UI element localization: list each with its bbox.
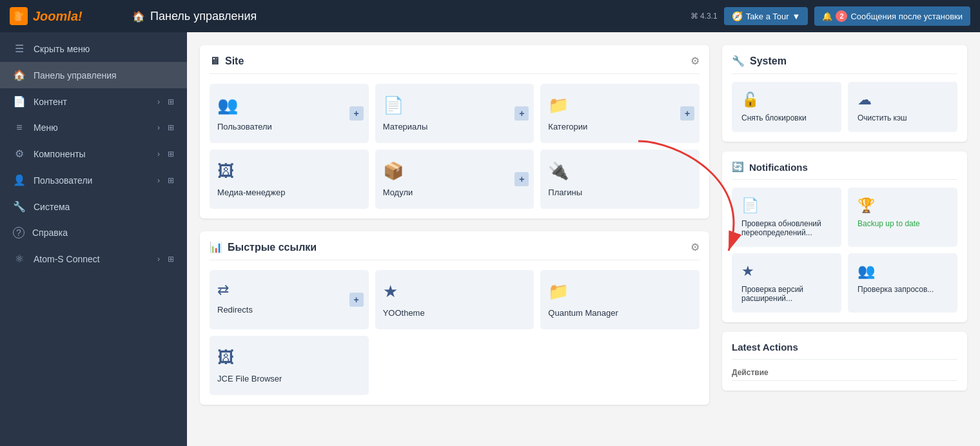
site-media-item[interactable]: 🖼 Медиа-менеджер [210,150,369,209]
house-icon: 🏠 [132,10,145,23]
monitor-icon: 🖥 [210,55,220,67]
unlock-label: Снять блокировки [741,113,807,122]
jce-card-label: JCE File Browser [217,374,282,383]
quick-links-settings-icon[interactable]: ⚙ [691,241,700,253]
backup-label: Backup up to date [858,219,920,228]
arrow-icon: › [157,255,160,264]
categories-card-label: Категории [548,122,587,131]
plugins-card-label: Плагины [548,188,582,197]
plugins-card-icon: 🔌 [548,161,569,181]
categories-card-icon: 📁 [548,95,569,115]
notifications-button[interactable]: 🔔 2 Сообщения после установки [814,6,970,26]
logo-text: Joomla! [33,9,83,24]
sidebar: ☰ Скрыть меню 🏠 Панель управления 📄 Конт… [0,32,187,446]
clear-cache-item[interactable]: ☁ Очистить кэш [848,82,957,132]
sidebar-item-menu[interactable]: ≡ Меню › ⊞ [0,115,187,141]
sidebar-item-label: Компоненты [34,149,150,159]
backup-item[interactable]: 🏆 Backup up to date [848,188,957,247]
media-card-label: Медиа-менеджер [217,188,285,197]
redirects-card-icon: ⇄ [217,282,229,298]
site-categories-item[interactable]: 📁 Категории + [540,84,700,143]
sidebar-item-system[interactable]: 🔧 Система [0,193,187,220]
check-ext-item[interactable]: ★ Проверка версий расширений... [732,253,841,313]
notifications-panel-title: 🔄 Notifications [732,161,808,173]
sidebar-item-content[interactable]: 📄 Контент › ⊞ [0,88,187,115]
notifications-panel-header: 🔄 Notifications [732,161,957,180]
users-card-icon: 👥 [217,95,238,115]
site-panel-title-text: Site [225,55,244,67]
grid-icon: ⊞ [168,150,174,159]
users-add-icon[interactable]: + [349,106,364,121]
arrow-icon: › [157,123,160,132]
lock-open-icon: 🔓 [741,92,759,108]
redirects-add-icon[interactable]: + [349,293,364,307]
notifications-panel: 🔄 Notifications 📄 Проверка обновлений пе… [722,151,967,322]
main-panels: 🖥 Site ⚙ 👥 Пользователи + 📄 Материалы + [200,45,709,433]
sidebar-item-label: Atom-S Connect [34,254,150,264]
quantum-card-label: Quantum Manager [548,308,618,318]
check-updates-item[interactable]: 📄 Проверка обновлений переопределений... [732,188,841,247]
latest-actions-table: Действие [732,365,957,381]
site-panel-header: 🖥 Site ⚙ [210,55,700,74]
topbar-right: ⌘ 4.3.1 🧭 Take a Tour ▼ 🔔 2 Сообщения по… [691,6,970,26]
home-icon: 🏠 [13,69,26,81]
sidebar-item-atom[interactable]: ⚛ Atom-S Connect › ⊞ [0,246,187,272]
site-modules-item[interactable]: 📦 Модули + [375,150,534,209]
materials-card-label: Материалы [383,122,428,131]
content-area: 🖥 Site ⚙ 👥 Пользователи + 📄 Материалы + [187,32,980,446]
page-title: 🏠 Панель управления [132,10,684,23]
atom-icon: ⚛ [13,253,26,265]
sidebar-item-users[interactable]: 👤 Пользователи › ⊞ [0,167,187,193]
check-ext-label: Проверка версий расширений... [741,285,832,303]
notifications-title-text: Notifications [749,162,808,173]
logo[interactable]: Joomla! [10,7,126,25]
check-req-item[interactable]: 👥 Проверка запросов... [848,253,957,313]
sidebar-item-dashboard[interactable]: 🏠 Панель управления [0,62,187,88]
system-panel: 🔧 System 🔓 Снять блокировки ☁ Очистить к… [722,45,967,142]
jce-item[interactable]: 🖼 JCE File Browser [210,336,369,395]
site-materials-item[interactable]: 📄 Материалы + [375,84,534,143]
tour-icon: 🧭 [732,11,743,21]
take-a-tour-button[interactable]: 🧭 Take a Tour ▼ [724,7,808,25]
users-notif-icon: 👥 [858,263,875,280]
notifications-grid: 📄 Проверка обновлений переопределений...… [732,188,957,313]
system-panel-header: 🔧 System [732,55,957,74]
refresh-icon: 🔄 [732,161,744,173]
sidebar-item-help[interactable]: ? Справка [0,220,187,246]
site-users-item[interactable]: 👥 Пользователи + [210,84,369,143]
unlock-item[interactable]: 🔓 Снять блокировки [732,82,841,132]
yootheme-card-icon: ★ [383,282,398,302]
arrow-icon: › [157,176,160,185]
modules-add-icon[interactable]: + [514,172,529,186]
sidebar-item-label: Пользователи [34,175,150,186]
materials-add-icon[interactable]: + [514,106,529,121]
sidebar-item-label: Система [34,202,174,212]
tour-dropdown-icon: ▼ [792,12,801,21]
right-panels: 🔧 System 🔓 Снять блокировки ☁ Очистить к… [722,45,967,433]
content-icon: 📄 [13,95,26,108]
users-card-label: Пользователи [217,122,272,131]
backup-icon: 🏆 [858,197,875,214]
sidebar-item-hide-menu[interactable]: ☰ Скрыть меню [0,35,187,62]
yootheme-card-label: YOOtheme [383,308,425,318]
redirects-item[interactable]: ⇄ Redirects + [210,270,369,329]
site-plugins-item[interactable]: 🔌 Плагины [540,150,700,209]
grid-icon: ⊞ [168,97,174,106]
sidebar-item-label: Панель управления [34,70,174,81]
menu-icon: ☰ [13,43,26,55]
doc-icon: 📄 [741,197,759,214]
categories-add-icon[interactable]: + [680,106,694,121]
quick-links-title-text: Быстрые ссылки [228,242,317,253]
arrow-icon: › [157,97,160,106]
yootheme-item[interactable]: ★ YOOtheme [375,270,534,329]
system-panel-title-text: System [750,55,787,67]
check-req-label: Проверка запросов... [858,285,934,294]
quick-links-panel: 📊 Быстрые ссылки ⚙ ⇄ Redirects + ★ YOOth… [200,231,709,405]
menu-nav-icon: ≡ [13,122,26,133]
components-icon: ⚙ [13,148,26,160]
site-panel-settings-icon[interactable]: ⚙ [691,55,700,67]
quantum-manager-item[interactable]: 📁 Quantum Manager [540,270,700,329]
quick-links-icon: 📊 [210,241,222,253]
sidebar-item-components[interactable]: ⚙ Компоненты › ⊞ [0,141,187,167]
notif-label: Сообщения после установки [850,12,963,21]
